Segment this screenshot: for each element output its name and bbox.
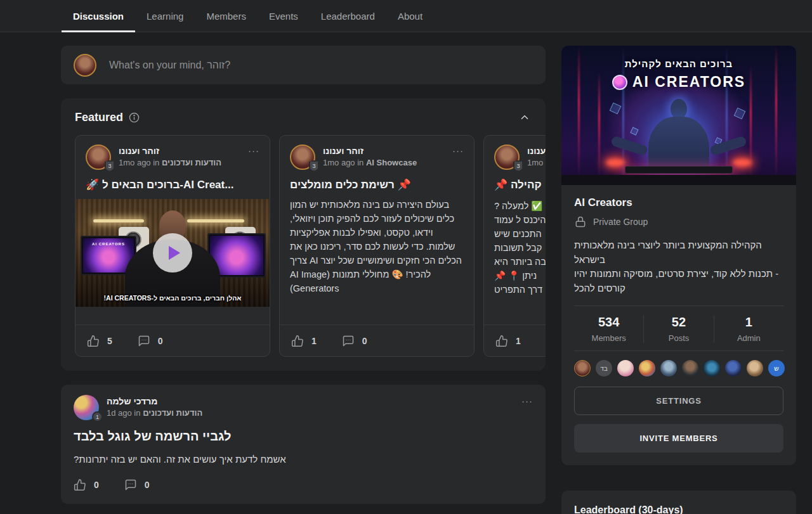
post-body: בעולם היצירה עם בינה מלאכותית יש המון כל…	[280, 198, 474, 295]
post-title[interactable]: 🚀 ברוכים הבאים ל-AI Creat...	[75, 178, 270, 191]
post-title[interactable]: 📌 קהילה	[484, 178, 546, 191]
author-name[interactable]: מרדכי שלמה	[107, 395, 202, 408]
featured-card-tools[interactable]: 3 זוהר וענונו 1mo ago in AI Showcase ···…	[279, 135, 475, 357]
post-time: 1d ago in	[107, 408, 141, 418]
comment-icon[interactable]	[342, 335, 355, 347]
video-caption: אהלן חברים, ברוכים הבאים ל-AI CREATORS!	[75, 294, 270, 302]
featured-heading: Featured	[75, 111, 123, 124]
stat-admin[interactable]: 1 Admin	[714, 315, 783, 343]
video-thumbnail[interactable]: AI CREATORS אהלן חברים, ברוכים הבאים ל-A…	[75, 199, 270, 307]
comment-icon[interactable]	[138, 335, 150, 347]
post-body-line: קבל תשובות	[494, 241, 546, 255]
tab-members[interactable]: Members	[195, 0, 258, 32]
more-options-icon[interactable]: ···	[248, 145, 259, 155]
comment-count: 0	[158, 336, 163, 346]
more-options-icon[interactable]: ···	[452, 145, 464, 155]
post-title[interactable]: רשימת כלים מומלצים 📌	[280, 178, 474, 191]
group-cover-image: ברוכים הבאים לקהילת AI CREATORS	[561, 46, 796, 185]
group-name: AI Creators	[574, 196, 783, 209]
play-button[interactable]	[153, 233, 192, 273]
invite-members-button[interactable]: INVITE MEMBERS	[574, 424, 783, 453]
member-avatar[interactable]	[682, 360, 698, 376]
like-icon[interactable]	[495, 335, 508, 347]
member-avatar[interactable]	[617, 360, 634, 376]
more-options-icon[interactable]: ···	[521, 395, 533, 406]
brain-logo-icon	[612, 75, 627, 90]
like-count: 5	[107, 336, 112, 346]
current-user-avatar	[74, 54, 96, 77]
featured-section: Featured 3	[61, 98, 546, 371]
post-body-line: ניתן 📍 📌	[494, 269, 546, 283]
featured-cards-carousel[interactable]: 3 זוהר וענונו 1mo ago in הודעות ועדכונים…	[75, 135, 546, 357]
like-count: 1	[516, 336, 521, 346]
info-icon[interactable]	[129, 112, 140, 123]
member-avatar[interactable]	[725, 360, 742, 376]
like-icon[interactable]	[291, 335, 304, 347]
featured-card-community[interactable]: 3 וענונו 1mo 📌 קהילה ✅ למעלה ? היכנס ל ע…	[483, 135, 546, 357]
like-count: 1	[311, 336, 317, 346]
post-body: אשמח לדעת איך עושים את זה. והאם יש בזה י…	[74, 454, 533, 465]
post-body-line: התכנים שיש	[494, 227, 546, 241]
level-badge: 1	[92, 411, 103, 422]
comment-count: 0	[145, 480, 150, 490]
post-time: 1mo	[527, 158, 543, 167]
space-link[interactable]: AI Showcase	[366, 158, 417, 167]
space-link[interactable]: הודעות ועדכונים	[143, 408, 202, 418]
post-time: 1mo ago in	[119, 158, 159, 167]
group-description-line: - תכנות ללא קוד, יצירת סרטים, מוסיקה ותמ…	[574, 267, 783, 295]
cover-welcome-text: ברוכים הבאים לקהילת	[561, 58, 796, 69]
chevron-up-icon[interactable]	[519, 112, 530, 123]
settings-button[interactable]: SETTINGS	[574, 387, 783, 415]
member-avatar[interactable]	[704, 360, 720, 376]
featured-card-welcome[interactable]: 3 זוהר וענונו 1mo ago in הודעות ועדכונים…	[75, 135, 270, 357]
level-badge: 3	[309, 160, 319, 172]
post-body-line: ✅ למעלה ?	[494, 199, 546, 213]
privacy-label: Private Group	[593, 217, 648, 227]
group-description-line: הקהילה המקצועית ביותר ליוצרי בינה מלאכות…	[574, 238, 783, 267]
member-avatar-initials[interactable]: ש	[768, 360, 785, 376]
member-avatar-initials[interactable]: בד	[596, 360, 612, 376]
post-time: 1mo ago in	[323, 158, 363, 167]
space-link[interactable]: הודעות ועדכונים	[162, 158, 221, 167]
comment-count: 0	[362, 336, 367, 346]
member-avatar[interactable]	[660, 360, 677, 376]
member-avatar[interactable]	[639, 360, 655, 376]
member-avatar[interactable]	[574, 360, 591, 376]
play-icon	[169, 246, 180, 260]
lock-icon	[574, 215, 587, 228]
author-name[interactable]: זוהר וענונו	[323, 145, 417, 158]
tab-learning[interactable]: Learning	[135, 0, 195, 32]
tab-about[interactable]: About	[386, 0, 434, 32]
member-avatars-row[interactable]: בד ש	[574, 351, 783, 376]
composer-prompt[interactable]: What's on your mind, זוהר?	[109, 60, 230, 71]
group-info-card: ברוכים הבאים לקהילת AI CREATORS AI Creat…	[561, 46, 796, 465]
level-badge: 3	[105, 160, 115, 172]
stat-members[interactable]: 534 Members	[574, 315, 643, 343]
post-title[interactable]: לגביי הרשמה של גוגל בלבד	[74, 429, 533, 444]
tab-discussion[interactable]: Discussion	[62, 0, 135, 32]
cover-keyboard	[625, 166, 733, 174]
post-body-line: בה ביותר היא	[494, 255, 546, 269]
like-count: 0	[94, 480, 99, 490]
post-body-line: דרך התפריט	[494, 283, 546, 297]
post-body-line: היכנס ל עמוד	[494, 213, 546, 227]
cover-group-title: AI CREATORS	[632, 74, 745, 91]
comment-icon[interactable]	[124, 479, 137, 491]
like-icon[interactable]	[87, 335, 100, 347]
leaderboard-heading: Leaderboard (30-days)	[574, 504, 783, 514]
feed-post[interactable]: 1 מרדכי שלמה 1d ago in הודעות ועדכונים ·…	[61, 385, 546, 504]
tab-leaderboard[interactable]: Leaderboard	[310, 0, 386, 32]
tab-events[interactable]: Events	[258, 0, 310, 32]
feed-column: What's on your mind, זוהר? Featured	[61, 46, 546, 504]
like-icon[interactable]	[74, 479, 86, 491]
author-name[interactable]: זוהר וענונו	[119, 145, 221, 158]
stat-posts[interactable]: 52 Posts	[643, 315, 713, 343]
leaderboard-card: Leaderboard (30-days)	[561, 491, 796, 514]
top-navigation: Discussion Learning Members Events Leade…	[0, 0, 812, 32]
sidebar: ברוכים הבאים לקהילת AI CREATORS AI Creat…	[561, 46, 796, 514]
author-name[interactable]: וענונו	[527, 145, 546, 158]
post-composer[interactable]: What's on your mind, זוהר?	[61, 46, 546, 84]
group-stats: 534 Members 52 Posts 1 Admin	[574, 306, 783, 350]
member-avatar[interactable]	[747, 360, 763, 376]
light-bar	[93, 219, 144, 222]
